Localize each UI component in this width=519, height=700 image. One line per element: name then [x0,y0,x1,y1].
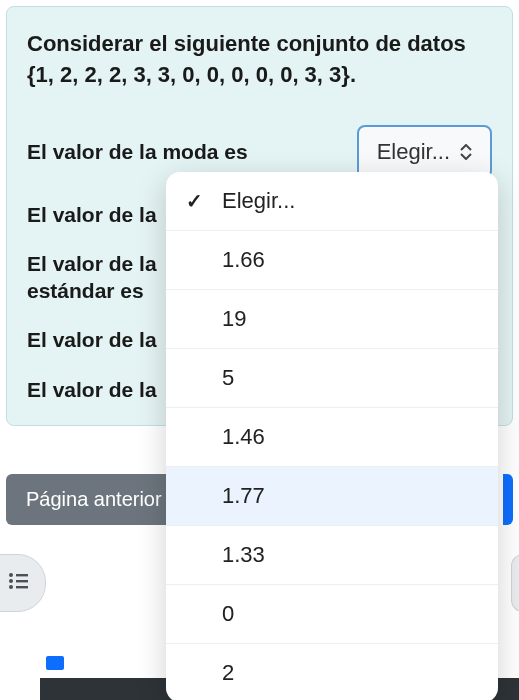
row-moda: El valor de la moda es Elegir... [27,125,492,179]
svg-point-2 [9,579,13,583]
question-title: Considerar el siguiente conjunto de dato… [27,29,492,91]
next-page-button[interactable] [503,474,513,525]
dropdown-option[interactable]: 0 [166,585,498,644]
dropdown-option[interactable]: 2 [166,644,498,700]
svg-rect-3 [16,580,28,582]
decorative-blue-dot [46,656,64,670]
dropdown-option[interactable]: 1.46 [166,408,498,467]
dropdown-option[interactable]: 19 [166,290,498,349]
previous-page-button[interactable]: Página anterior [6,474,182,525]
select-moda[interactable]: Elegir... [357,125,492,179]
dropdown-option[interactable]: Elegir... [166,172,498,231]
svg-rect-1 [16,574,28,576]
list-icon [8,570,30,596]
dropdown-option[interactable]: 5 [166,349,498,408]
select-moda-value: Elegir... [377,139,450,165]
row-moda-label: El valor de la moda es [27,138,357,165]
dropdown-menu: Elegir...1.661951.461.771.3302 [166,172,498,700]
right-pill-button[interactable] [511,554,519,612]
svg-point-0 [9,573,13,577]
dropdown-option[interactable]: 1.33 [166,526,498,585]
svg-rect-5 [16,586,28,588]
dropdown-option[interactable]: 1.77 [166,467,498,526]
chevron-updown-icon [460,144,472,160]
toc-button[interactable] [0,554,46,612]
dropdown-option[interactable]: 1.66 [166,231,498,290]
svg-point-4 [9,585,13,589]
